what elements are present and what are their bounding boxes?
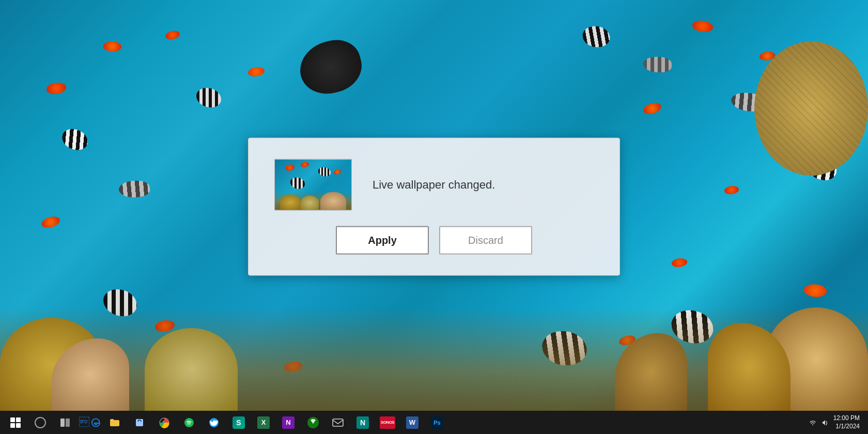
store-button[interactable]: [128, 411, 151, 434]
fish-gray: [118, 179, 151, 198]
coral-piece: [145, 328, 238, 411]
fish-decoration: [248, 67, 265, 76]
mail-icon: [332, 417, 344, 428]
fish-decoration: [672, 258, 687, 267]
clock-time: 12:00 PM: [833, 414, 860, 423]
sway-button[interactable]: S: [227, 411, 250, 434]
photoshop-icon: Ps: [431, 416, 443, 429]
fish-gray: [643, 57, 672, 72]
apply-button[interactable]: Apply: [336, 226, 429, 255]
fish-decoration: [47, 83, 66, 94]
twitter-button[interactable]: [203, 411, 225, 434]
chrome-button[interactable]: [153, 411, 176, 434]
fish-decoration: [643, 102, 662, 115]
excel-button[interactable]: X: [252, 411, 275, 434]
fish-decoration: [165, 30, 180, 40]
chrome-icon: [159, 417, 170, 428]
cortana-button[interactable]: [29, 411, 52, 434]
dialog-message: Live wallpaper changed.: [373, 178, 495, 192]
brain-coral: [754, 41, 868, 176]
fish-decoration: [691, 18, 714, 35]
fish-decoration: [724, 186, 739, 194]
edge-button[interactable]: : [79, 411, 101, 434]
dialog-content: Live wallpaper changed.: [274, 159, 594, 211]
photoshop-button[interactable]: Ps: [426, 411, 448, 434]
svg-rect-6: [333, 419, 343, 426]
wallpaper-dialog: Live wallpaper changed. Apply Discard: [248, 138, 620, 276]
fish-striped: [196, 88, 221, 107]
xbox-button[interactable]: [302, 411, 324, 434]
discard-button[interactable]: Discard: [439, 226, 532, 255]
fish-large-black: [294, 34, 367, 100]
folder-icon: [109, 417, 120, 428]
fish-decoration: [41, 216, 60, 229]
windows-start-button[interactable]: [4, 411, 27, 434]
cortana-icon: [35, 417, 46, 428]
wallpaper-thumbnail: [274, 159, 352, 211]
file-explorer-button[interactable]: [103, 411, 126, 434]
twitter-icon: [208, 417, 220, 428]
clock-date: 1/1/2024: [833, 423, 860, 431]
system-tray: 12:00 PM 1/1/2024: [809, 414, 864, 430]
excel-icon: X: [257, 416, 270, 429]
fish-striped: [581, 24, 612, 50]
onenote-button[interactable]: N: [277, 411, 300, 434]
sway-icon: S: [233, 416, 245, 429]
edge-icon: [90, 417, 101, 428]
fish-striped: [61, 128, 88, 151]
spotify-icon: [183, 417, 195, 428]
notepad-button[interactable]: N: [351, 411, 374, 434]
sonos-icon: SONOS: [380, 416, 395, 429]
xbox-icon: [307, 416, 319, 429]
taskbar: : [0, 411, 868, 434]
system-clock[interactable]: 12:00 PM 1/1/2024: [833, 414, 860, 430]
store-icon: [134, 417, 145, 428]
word-icon: W: [406, 416, 419, 429]
notepad-icon: N: [357, 416, 369, 429]
dialog-buttons: Apply Discard: [274, 226, 594, 255]
windows-logo-icon: [10, 417, 21, 428]
word-button[interactable]: W: [401, 411, 424, 434]
spotify-button[interactable]: [178, 411, 200, 434]
fish-decoration: [103, 40, 122, 53]
mail-button[interactable]: [327, 411, 349, 434]
volume-icon: [821, 419, 829, 427]
task-view-button[interactable]: [54, 411, 76, 434]
network-icon: [809, 419, 817, 427]
onenote-icon: N: [282, 416, 295, 429]
edge-icon: : [79, 416, 90, 429]
dialog-container: Live wallpaper changed. Apply Discard: [248, 138, 620, 276]
sonos-button[interactable]: SONOS: [376, 411, 399, 434]
task-view-icon: [60, 419, 70, 427]
